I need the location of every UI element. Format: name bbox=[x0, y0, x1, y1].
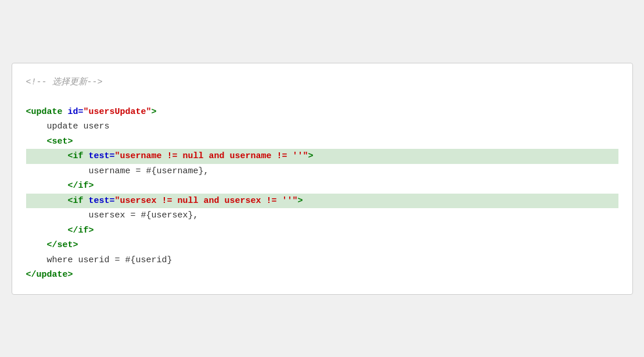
code-block: <!-- 选择更新--> <update id="usersUpdate"> u… bbox=[12, 63, 633, 295]
if2-close-line: </if> bbox=[26, 223, 618, 238]
if1-close-line: </if> bbox=[26, 178, 618, 194]
comment-line: <!-- 选择更新--> bbox=[26, 75, 618, 90]
blank-line-1 bbox=[26, 90, 618, 105]
if1-open-line: <if test="username != null and username … bbox=[26, 149, 618, 164]
where-line: where userid = #{userid} bbox=[26, 253, 618, 268]
set-close-line: </set> bbox=[26, 238, 618, 253]
update-users-line: update users bbox=[26, 119, 618, 134]
usersex-value-line: usersex = #{usersex}, bbox=[26, 208, 618, 223]
set-open-line: <set> bbox=[26, 134, 618, 149]
if2-open-line: <if test="usersex != null and usersex !=… bbox=[26, 194, 618, 209]
username-value-line: username = #{username}, bbox=[26, 164, 618, 179]
update-open-line: <update id="usersUpdate"> bbox=[26, 105, 618, 120]
update-close-line: </update> bbox=[26, 267, 618, 283]
